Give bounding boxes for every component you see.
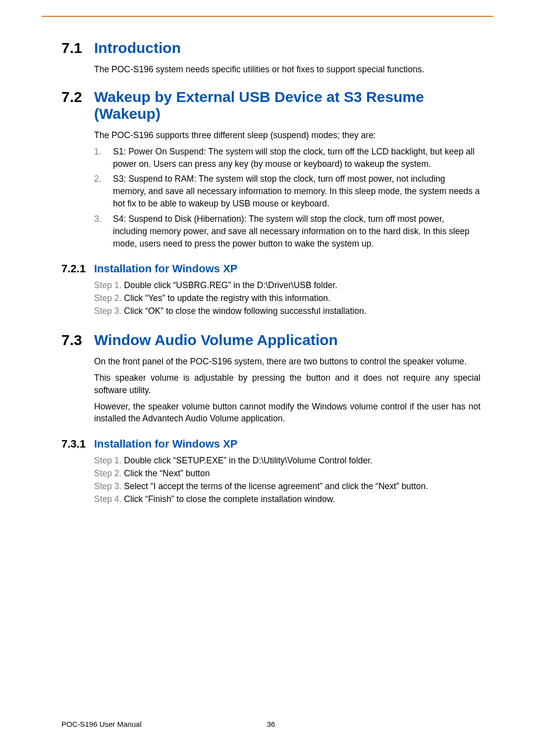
heading-7-2: 7.2 Wakeup by External USB Device at S3 … xyxy=(61,89,481,105)
heading-7-2-1: 7.2.1 Installation for Windows XP xyxy=(61,262,481,275)
step-text: Click “Yes” to update the registry with … xyxy=(124,292,481,305)
section-paragraph: On the front panel of the POC-S196 syste… xyxy=(94,355,481,368)
list-text: S4: Suspend to Disk (Hibernation): The s… xyxy=(113,213,481,250)
heading-7-3: 7.3 Window Audio Volume Application xyxy=(61,332,481,349)
section-paragraph: However, the speaker volume button canno… xyxy=(94,401,481,425)
list-number: 3. xyxy=(94,213,113,250)
list-item: 1. S1: Power On Suspend: The system will… xyxy=(94,146,481,170)
step-item: Step 1. Double click “USBRG.REG” in the … xyxy=(94,279,481,292)
step-item: Step 4. Click “Finish” to close the comp… xyxy=(94,493,481,506)
heading-title: Wakeup by External USB Device at S3 Resu… xyxy=(94,89,424,105)
heading-number: 7.2.1 xyxy=(61,262,94,275)
list-item: 2. S3: Suspend to RAM: The system will s… xyxy=(94,173,481,210)
step-item: Step 2. Click the “Next” button xyxy=(94,467,481,480)
list-number: 1. xyxy=(94,146,113,170)
step-item: Step 3. Select “I accept the terms of th… xyxy=(94,480,481,493)
step-label: Step 2. xyxy=(94,292,124,305)
heading-number: 7.3 xyxy=(61,332,94,349)
step-label: Step 4. xyxy=(94,493,124,506)
footer-page-number: 36 xyxy=(267,720,275,728)
heading-7-3-1: 7.3.1 Installation for Windows XP xyxy=(61,438,481,451)
heading-title: Installation for Windows XP xyxy=(94,438,237,451)
step-item: Step 3. Click “OK” to close the window f… xyxy=(94,305,481,318)
list-text: S3: Suspend to RAM: The system will stop… xyxy=(113,173,481,210)
step-item: Step 1. Double click “SETUP.EXE” in the … xyxy=(94,454,481,467)
step-label: Step 2. xyxy=(94,467,124,480)
heading-title: Introduction xyxy=(94,40,181,56)
heading-number: 7.3.1 xyxy=(61,438,94,451)
list-text: S1: Power On Suspend: The system will st… xyxy=(113,146,481,170)
steps-list: Step 1. Double click “USBRG.REG” in the … xyxy=(94,279,481,318)
section-intro: The POC-S196 supports three different sl… xyxy=(94,129,481,142)
heading-number: 7.1 xyxy=(61,40,94,56)
section-body: The POC-S196 system needs specific utili… xyxy=(94,63,481,76)
step-text: Double click “USBRG.REG” in the D:\Drive… xyxy=(124,279,481,292)
ordered-list: 1. S1: Power On Suspend: The system will… xyxy=(94,146,481,250)
step-text: Click the “Next” button xyxy=(124,467,481,480)
list-number: 2. xyxy=(94,173,113,210)
heading-7-2-line2: (Wakeup) xyxy=(61,105,481,122)
page-footer: POC-S196 User Manual 36 xyxy=(61,720,481,728)
steps-list: Step 1. Double click “SETUP.EXE” in the … xyxy=(94,454,481,506)
step-text: Double click “SETUP.EXE” in the D:\Utili… xyxy=(124,454,481,467)
step-label: Step 1. xyxy=(94,279,124,292)
step-text: Click “Finish” to close the complete ins… xyxy=(124,493,481,506)
step-label: Step 3. xyxy=(94,480,124,493)
heading-title: Installation for Windows XP xyxy=(94,262,237,275)
footer-manual-title: POC-S196 User Manual xyxy=(61,720,142,728)
list-item: 3. S4: Suspend to Disk (Hibernation): Th… xyxy=(94,213,481,250)
heading-title: Window Audio Volume Application xyxy=(94,332,338,349)
heading-title: (Wakeup) xyxy=(94,105,160,122)
step-label: Step 3. xyxy=(94,305,124,318)
step-text: Click “OK” to close the window following… xyxy=(124,305,481,318)
step-label: Step 1. xyxy=(94,454,124,467)
step-text: Select “I accept the terms of the licens… xyxy=(124,480,481,493)
heading-number: 7.2 xyxy=(61,89,94,105)
section-paragraph: This speaker volume is adjustable by pre… xyxy=(94,372,481,397)
top-rule xyxy=(42,16,493,17)
page-content: 7.1 Introduction The POC-S196 system nee… xyxy=(61,40,481,520)
step-item: Step 2. Click “Yes” to update the regist… xyxy=(94,292,481,305)
heading-7-1: 7.1 Introduction xyxy=(61,40,481,56)
